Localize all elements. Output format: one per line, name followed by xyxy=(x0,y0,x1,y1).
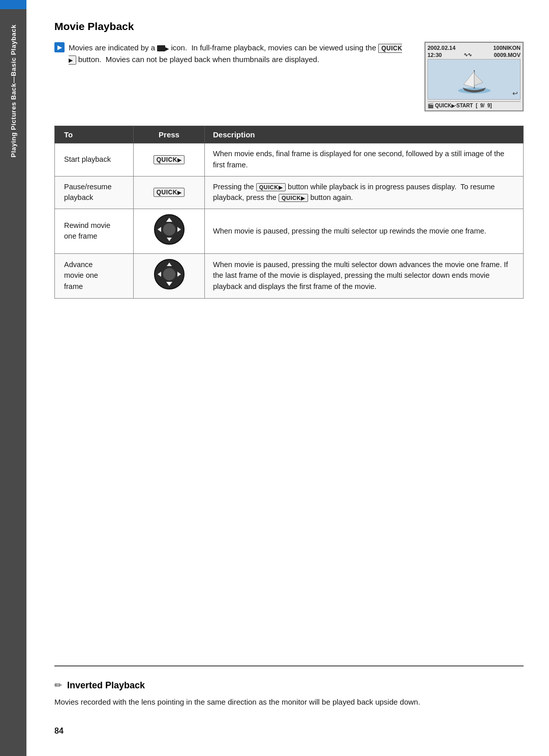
arrow-up xyxy=(167,263,172,266)
quick-button-inline: QUICK▶ xyxy=(69,44,402,65)
press-multi-down xyxy=(134,253,205,298)
to-advance: Advancemovie oneframe xyxy=(55,253,134,298)
cam-body: ↩ xyxy=(428,59,521,100)
cam-footer: 🎬 QUICK▶·START [ 9/ 9] xyxy=(428,101,521,108)
movie-indicator-icon: ▶ xyxy=(54,42,65,52)
sidebar: Playing Pictures Back—Basic Playback xyxy=(0,0,26,756)
cam-time: 12:30 xyxy=(428,52,442,58)
quick-button-inline-2: QUICK▶ xyxy=(256,183,286,191)
sidebar-text: Playing Pictures Back—Basic Playback xyxy=(10,24,17,158)
to-start-playback: Start playback xyxy=(55,143,134,177)
arrow-down-highlight xyxy=(166,282,172,286)
cam-brand: 100NIKON xyxy=(493,45,521,51)
multi-selector-up xyxy=(154,214,185,245)
desc-rewind: When movie is paused, pressing the multi… xyxy=(205,209,524,254)
note-text: Movies recorded with the lens pointing i… xyxy=(54,696,524,708)
section-divider xyxy=(54,665,524,666)
header-press: Press xyxy=(134,126,205,143)
arrow-left xyxy=(158,227,161,232)
spacer xyxy=(54,314,524,656)
quick-button-inline-3: QUICK▶ xyxy=(279,194,308,202)
quick-button-1: QUICK▶ xyxy=(154,155,185,164)
bottom-note: ✏ Inverted Playback Movies recorded with… xyxy=(54,675,524,718)
table-row: Rewind movieone frame When movie is paus… xyxy=(55,209,524,254)
camera-screen: 2002.02.14 100NIKON 12:30 ∿∿ 0009.MOV xyxy=(424,42,524,111)
press-quick-1: QUICK▶ xyxy=(134,143,205,177)
cam-date: 2002.02.14 xyxy=(428,45,455,51)
cam-wave: ∿∿ xyxy=(464,52,472,58)
header-to: To xyxy=(55,126,134,143)
cam-corner-icon: ↩ xyxy=(512,90,518,97)
press-quick-2: QUICK▶ xyxy=(134,176,205,209)
to-pause-resume: Pause/resumeplayback xyxy=(55,176,134,209)
arrow-right-2 xyxy=(177,272,181,277)
intro-section: ▶ Movies are indicated by a ▶ icon. In f… xyxy=(54,42,524,111)
desc-advance: When movie is paused, pressing the multi… xyxy=(205,253,524,298)
table-header-row: To Press Description xyxy=(55,126,524,143)
page-number: 84 xyxy=(54,726,524,736)
table-row: Pause/resumeplayback QUICK▶ Pressing the… xyxy=(55,176,524,209)
note-header: ✏ Inverted Playback xyxy=(54,680,524,691)
intro-paragraph: Movies are indicated by a ▶ icon. In ful… xyxy=(69,42,409,66)
sailboat-image xyxy=(456,63,492,96)
desc-start-playback: When movie ends, final frame is displaye… xyxy=(205,143,524,177)
arrow-up-highlight xyxy=(166,218,172,222)
playback-table: To Press Description Start playback QUIC… xyxy=(54,126,524,299)
arrow-right xyxy=(177,227,181,232)
quick-button-2: QUICK▶ xyxy=(154,188,185,197)
desc-pause-resume: Pressing the QUICK▶ button while playbac… xyxy=(205,176,524,209)
page-title: Movie Playback xyxy=(54,20,524,33)
cam-file: 0009.MOV xyxy=(494,52,521,58)
sidebar-top-accent xyxy=(0,0,26,9)
multi-selector-center-2 xyxy=(163,268,176,281)
table-row: Start playback QUICK▶ When movie ends, f… xyxy=(55,143,524,177)
header-description: Description xyxy=(205,126,524,143)
table-row: Advancemovie oneframe When movie is paus… xyxy=(55,253,524,298)
note-icon: ✏ xyxy=(54,680,62,691)
intro-text-row: ▶ Movies are indicated by a ▶ icon. In f… xyxy=(54,42,409,66)
to-rewind: Rewind movieone frame xyxy=(55,209,134,254)
arrow-down xyxy=(167,238,172,241)
cam-header: 2002.02.14 100NIKON xyxy=(428,45,521,51)
cam-footer-left: 🎬 QUICK▶·START [ 9/ 9] xyxy=(428,103,492,108)
intro-text-area: ▶ Movies are indicated by a ▶ icon. In f… xyxy=(54,42,409,69)
cam-time-row: 12:30 ∿∿ 0009.MOV xyxy=(428,52,521,58)
note-title: Inverted Playback xyxy=(67,680,145,691)
main-content: Movie Playback ▶ Movies are indicated by… xyxy=(26,0,549,756)
multi-selector-center xyxy=(163,223,176,236)
press-multi-up xyxy=(134,209,205,254)
arrow-left-2 xyxy=(158,272,161,277)
multi-selector-down xyxy=(154,259,185,289)
cam-footer-text: 🎬 QUICK▶·START [ 9/ 9] xyxy=(428,103,492,108)
